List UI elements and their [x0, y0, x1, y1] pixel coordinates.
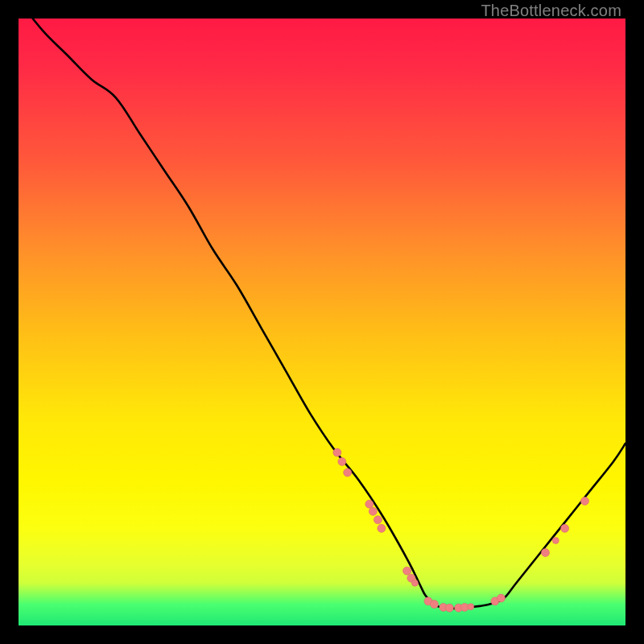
marker-point	[338, 457, 346, 465]
marker-point	[468, 604, 474, 610]
marker-point	[580, 497, 588, 505]
marker-point	[445, 604, 453, 612]
marker-point	[344, 469, 352, 477]
marker-point	[378, 524, 386, 532]
marker-point	[541, 549, 549, 557]
watermark-text: TheBottleneck.com	[481, 2, 621, 20]
marker-point	[369, 507, 377, 515]
bottleneck-curve	[19, 0, 625, 609]
marker-point	[411, 580, 418, 586]
chart-frame: TheBottleneck.com	[0, 0, 644, 644]
marker-point	[333, 448, 341, 456]
chart-overlay	[19, 19, 625, 625]
marker-point	[497, 594, 505, 602]
marker-point	[552, 537, 559, 543]
marker-point	[561, 524, 569, 532]
marker-point	[403, 567, 411, 575]
marker-point	[430, 601, 438, 609]
marker-point	[365, 500, 374, 508]
markers	[333, 448, 589, 612]
marker-point	[374, 516, 382, 524]
